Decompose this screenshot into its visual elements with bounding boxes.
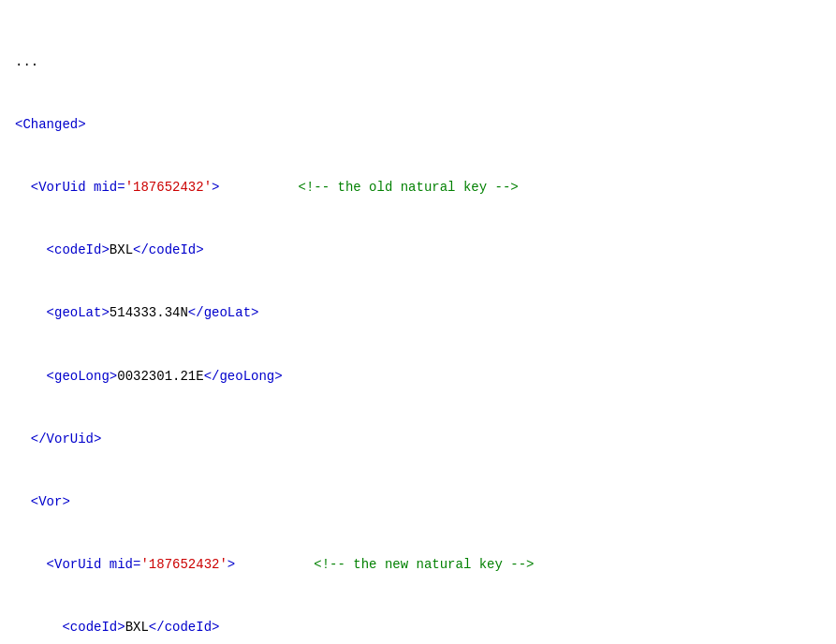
line-voruid-old: <VorUid mid='187652432'> <!-- the old na… [15,177,821,198]
line-geolat-1: <geoLat>514333.34N</geoLat> [15,302,821,323]
line-changed-open: <Changed> [15,114,821,135]
line-codeid-bxl-2: <codeId>BXL</codeId> [15,617,821,637]
line-vor-open: <Vor> [15,491,821,512]
line-ellipsis-top: ... [15,51,821,72]
line-voruid-close-1: </VorUid> [15,429,821,449]
code-block: ... <Changed> <VorUid mid='187652432'> <… [15,9,821,644]
line-voruid-new: <VorUid mid='187652432'> <!-- the new na… [15,554,821,575]
line-codeid-bxl-1: <codeId>BXL</codeId> [15,240,821,260]
line-geolong-1: <geoLong>0032301.21E</geoLong> [15,366,821,387]
